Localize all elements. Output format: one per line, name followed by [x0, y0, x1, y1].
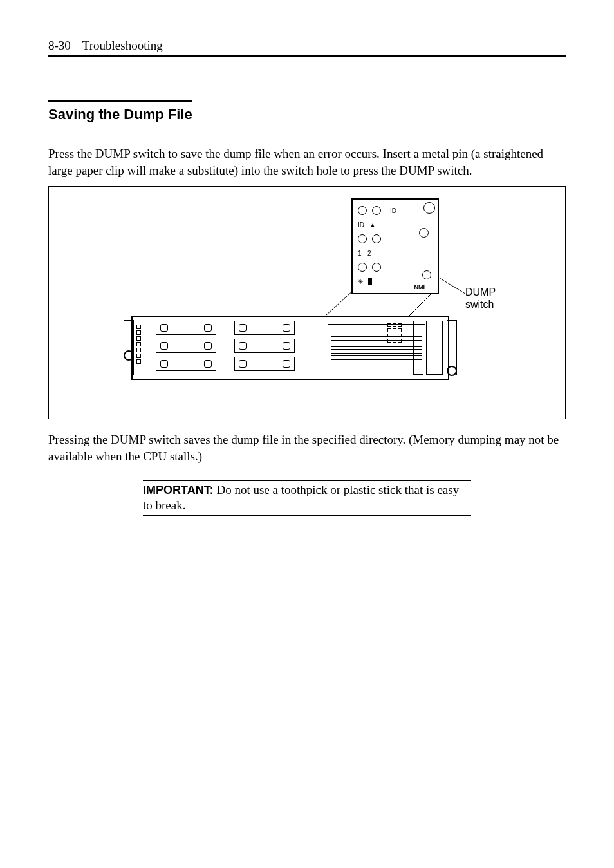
section: Saving the Dump File Press the DUMP swit… — [48, 100, 566, 516]
rack-ear-left — [124, 320, 134, 375]
led-icon — [358, 206, 367, 215]
control-strip — [413, 321, 423, 375]
drive-bay — [234, 321, 295, 335]
indicator-grid — [387, 323, 411, 344]
drive-bay — [156, 339, 216, 353]
figure-container: ID ID ▲ 1- -2 — [48, 186, 566, 419]
activity-icon: ✳ — [358, 278, 363, 285]
led-icon — [372, 263, 381, 272]
drive-bay — [234, 357, 295, 371]
drive-bay — [156, 321, 216, 335]
drive-icon — [368, 278, 372, 285]
id-small-label: ID — [358, 222, 364, 229]
page-number: 8-30 — [48, 39, 71, 53]
server-chassis — [131, 316, 449, 380]
id-led-big-icon — [423, 202, 435, 214]
led-icon — [358, 234, 367, 243]
page-header: 8-30 Troubleshooting — [48, 39, 566, 57]
optical-tray — [328, 324, 425, 334]
drive-bay — [156, 357, 216, 371]
detail-panel: ID ID ▲ 1- -2 — [351, 198, 439, 294]
lan-label: 1- -2 — [358, 250, 371, 257]
dump-switch-callout: DUMP switch — [465, 286, 496, 310]
paragraph-result: Pressing the DUMP switch saves the dump … — [48, 431, 566, 464]
warning-icon: ▲ — [369, 222, 376, 229]
led-icon — [358, 263, 367, 272]
drive-bay — [234, 339, 295, 353]
vent-row — [331, 355, 422, 360]
control-panel — [426, 321, 443, 375]
drive-bay-column-1 — [156, 321, 216, 375]
led-icon — [372, 234, 381, 243]
page: 8-30 Troubleshooting Saving the Dump Fil… — [0, 0, 614, 542]
vent-row — [331, 349, 422, 354]
svg-line-1 — [326, 290, 354, 316]
paragraph-intro: Press the DUMP switch to save the dump f… — [48, 146, 566, 178]
id-label: ID — [390, 207, 396, 214]
section-title: Saving the Dump File — [48, 100, 192, 123]
vent-strip — [136, 325, 142, 370]
nmi-label: NMI — [414, 284, 425, 290]
detail-panel-inner: ID ID ▲ 1- -2 — [358, 205, 433, 288]
header-section-name: Troubleshooting — [82, 39, 163, 53]
important-note: IMPORTANT: Do not use a toothpick or pla… — [143, 480, 471, 516]
drive-bay-column-2 — [234, 321, 295, 375]
led-icon — [372, 206, 381, 215]
important-label: IMPORTANT: — [143, 484, 214, 496]
